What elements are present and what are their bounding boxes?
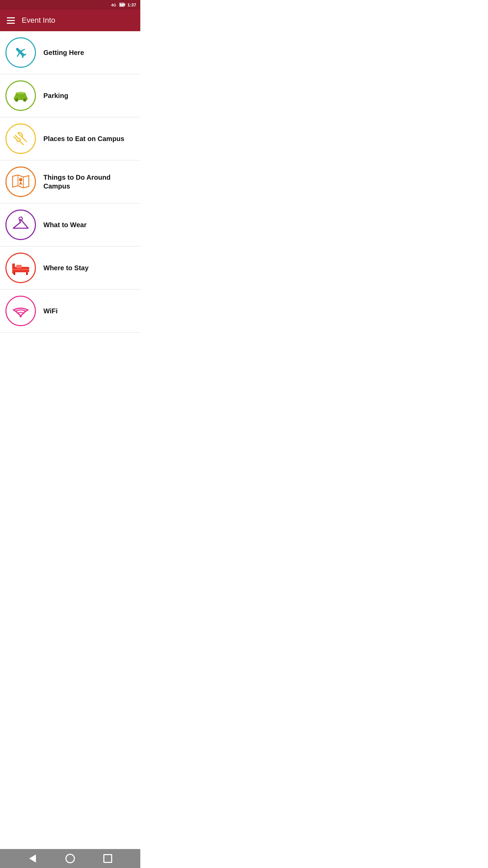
time-display: 1:37 bbox=[127, 2, 136, 7]
svg-rect-20 bbox=[16, 265, 22, 268]
svg-line-11 bbox=[19, 141, 23, 144]
where-to-stay-icon-circle bbox=[5, 253, 36, 283]
parking-label: Parking bbox=[43, 91, 68, 100]
status-bar: 4G 1:37 bbox=[0, 0, 140, 9]
svg-text:4G: 4G bbox=[111, 3, 116, 7]
things-to-do-icon-circle bbox=[5, 166, 36, 197]
signal-icon: 4G bbox=[111, 2, 117, 7]
getting-here-label: Getting Here bbox=[43, 48, 84, 57]
wifi-label: WiFi bbox=[43, 307, 58, 315]
where-to-stay-label: Where to Stay bbox=[43, 263, 88, 272]
bed-icon bbox=[11, 260, 30, 276]
airplane-icon bbox=[13, 44, 29, 61]
wifi-icon bbox=[12, 304, 30, 318]
what-to-wear-icon-circle bbox=[5, 210, 36, 240]
car-icon bbox=[12, 89, 29, 102]
hanger-icon bbox=[11, 216, 30, 234]
map-pin-icon bbox=[11, 173, 30, 191]
svg-point-7 bbox=[15, 98, 18, 102]
svg-point-24 bbox=[20, 315, 22, 317]
list-item-where-to-stay[interactable]: Where to Stay bbox=[0, 246, 140, 290]
list-item-wifi[interactable]: WiFi bbox=[0, 290, 140, 333]
svg-point-8 bbox=[23, 98, 26, 102]
wifi-icon-circle bbox=[5, 296, 36, 326]
svg-rect-22 bbox=[14, 272, 15, 275]
fork-knife-icon bbox=[12, 130, 29, 147]
svg-point-15 bbox=[19, 178, 22, 181]
svg-rect-2 bbox=[124, 4, 125, 6]
list-item-parking[interactable]: Parking bbox=[0, 74, 140, 117]
list-item-places-to-eat[interactable]: Places to Eat on Campus bbox=[0, 117, 140, 160]
places-to-eat-label: Places to Eat on Campus bbox=[43, 134, 124, 143]
parking-icon-circle bbox=[5, 80, 36, 111]
what-to-wear-label: What to Wear bbox=[43, 220, 86, 229]
menu-list: Getting Here Parking bbox=[0, 31, 140, 333]
menu-button[interactable] bbox=[7, 17, 15, 24]
places-to-eat-icon-circle bbox=[5, 123, 36, 154]
svg-rect-23 bbox=[26, 272, 28, 275]
things-to-do-label: Things to Do Around Campus bbox=[43, 173, 135, 191]
list-item-things-to-do[interactable]: Things to Do Around Campus bbox=[0, 160, 140, 203]
list-item-getting-here[interactable]: Getting Here bbox=[0, 31, 140, 74]
app-bar: Event Into bbox=[0, 9, 140, 31]
battery-icon bbox=[119, 3, 125, 7]
svg-rect-19 bbox=[12, 263, 15, 274]
list-item-what-to-wear[interactable]: What to Wear bbox=[0, 203, 140, 246]
app-title: Event Into bbox=[22, 16, 55, 25]
getting-here-icon-circle bbox=[5, 37, 36, 68]
